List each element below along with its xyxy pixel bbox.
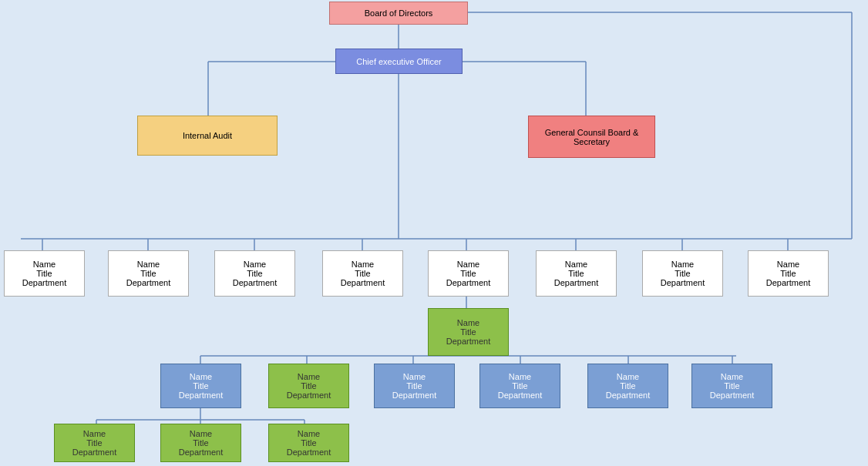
r1b1-name: Name (33, 260, 56, 269)
row3-box2: Name Title Department (268, 364, 349, 408)
r3b1-name: Name (190, 372, 212, 381)
r1b4-name: Name (352, 260, 374, 269)
council-node: General Counsil Board &Secretary (528, 116, 655, 158)
row3-box3: Name Title Department (374, 364, 455, 408)
r1b4-dept: Department (341, 278, 385, 287)
r1b7-name: Name (671, 260, 694, 269)
r1b2-name: Name (137, 260, 160, 269)
board-label: Board of Directors (365, 8, 433, 18)
r3b4-name: Name (509, 372, 531, 381)
r3b1-dept: Department (179, 391, 223, 400)
r1b5-name: Name (457, 260, 479, 269)
r1b1-dept: Department (22, 278, 66, 287)
r1b7-dept: Department (661, 278, 705, 287)
r2-title: Title (460, 327, 476, 337)
r1b6-title: Title (568, 269, 584, 278)
r3b2-title: Title (301, 381, 316, 391)
r3b3-dept: Department (392, 391, 436, 400)
org-chart: Board of Directors Chief executive Offic… (0, 0, 868, 466)
r2-dept: Department (446, 337, 490, 346)
r3b2-name: Name (298, 372, 320, 381)
row4-box3: Name Title Department (268, 424, 349, 462)
r1b3-dept: Department (233, 278, 277, 287)
r4b3-title: Title (301, 438, 316, 448)
row1-box1: Name Title Department (4, 250, 85, 297)
row4-box1: Name Title Department (54, 424, 135, 462)
r3b1-title: Title (193, 381, 208, 391)
row1-box5: Name Title Department (428, 250, 509, 297)
r3b6-name: Name (721, 372, 743, 381)
r1b8-name: Name (777, 260, 799, 269)
r3b3-title: Title (406, 381, 422, 391)
r1b8-title: Title (780, 269, 796, 278)
r3b6-dept: Department (710, 391, 754, 400)
row3-box1: Name Title Department (160, 364, 241, 408)
r1b3-title: Title (247, 269, 262, 278)
r1b8-dept: Department (766, 278, 810, 287)
ceo-node: Chief executive Officer (335, 49, 463, 74)
row1-box7: Name Title Department (642, 250, 723, 297)
internal-audit-node: Internal Audit (137, 116, 278, 156)
r3b4-title: Title (512, 381, 527, 391)
r4b1-name: Name (83, 429, 106, 438)
r4b3-dept: Department (287, 448, 331, 457)
r1b1-title: Title (36, 269, 52, 278)
r3b3-name: Name (403, 372, 426, 381)
r1b2-title: Title (140, 269, 156, 278)
board-of-directors-node: Board of Directors (329, 2, 468, 25)
r3b5-dept: Department (606, 391, 650, 400)
r1b7-title: Title (675, 269, 690, 278)
ceo-label: Chief executive Officer (356, 57, 441, 66)
r1b6-dept: Department (554, 278, 598, 287)
council-label: General Counsil Board &Secretary (545, 128, 639, 146)
r3b4-dept: Department (498, 391, 542, 400)
r4b1-title: Title (86, 438, 102, 448)
r2-name: Name (457, 318, 479, 327)
r4b1-dept: Department (72, 448, 116, 457)
r4b2-name: Name (190, 429, 212, 438)
r3b5-name: Name (617, 372, 639, 381)
r1b2-dept: Department (126, 278, 170, 287)
r3b5-title: Title (620, 381, 635, 391)
r1b6-name: Name (565, 260, 587, 269)
r1b4-title: Title (355, 269, 370, 278)
row3-box4: Name Title Department (479, 364, 560, 408)
r1b5-dept: Department (446, 278, 490, 287)
r1b5-title: Title (460, 269, 476, 278)
row4-box2: Name Title Department (160, 424, 241, 462)
row1-box3: Name Title Department (214, 250, 295, 297)
r1b3-name: Name (244, 260, 266, 269)
row1-box4: Name Title Department (322, 250, 403, 297)
row1-box6: Name Title Department (536, 250, 617, 297)
row1-box2: Name Title Department (108, 250, 189, 297)
row1-box8: Name Title Department (748, 250, 829, 297)
r4b2-dept: Department (179, 448, 223, 457)
row3-box6: Name Title Department (691, 364, 772, 408)
row3-box5: Name Title Department (587, 364, 668, 408)
r3b6-title: Title (724, 381, 739, 391)
r4b3-name: Name (298, 429, 320, 438)
r4b2-title: Title (193, 438, 208, 448)
audit-label: Internal Audit (183, 131, 232, 140)
r3b2-dept: Department (287, 391, 331, 400)
row2-green-box: Name Title Department (428, 308, 509, 356)
